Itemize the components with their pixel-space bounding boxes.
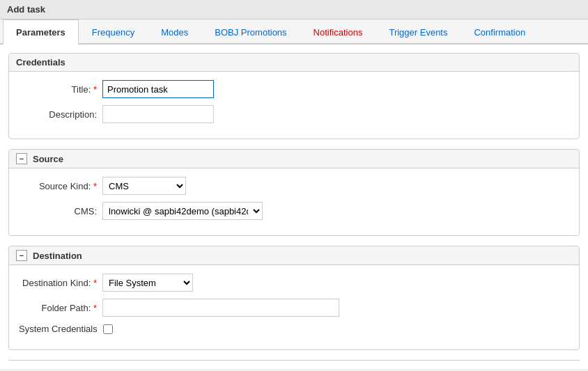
description-input[interactable] — [102, 105, 214, 123]
tab-confirmation[interactable]: Confirmation — [461, 19, 539, 45]
folder-path-label: Folder Path: * — [19, 303, 102, 313]
system-credentials-checkbox[interactable] — [103, 324, 113, 334]
description-label: Description: — [19, 109, 102, 120]
destination-panel: − Destination Destination Kind: * File S… — [8, 246, 580, 350]
dest-kind-row: Destination Kind: * File System CMS — [19, 274, 569, 292]
system-credentials-label: System Credentials — [19, 324, 103, 334]
title-label: Title: * — [19, 84, 102, 95]
folder-path-input[interactable] — [102, 299, 339, 317]
title-input[interactable] — [102, 80, 214, 98]
tab-parameters[interactable]: Parameters — [3, 19, 79, 45]
cms-label: CMS: — [19, 206, 102, 216]
content-area: Credentials Title: * Description: − — [0, 45, 588, 369]
tab-modes[interactable]: Modes — [148, 19, 201, 45]
tab-notifications[interactable]: Notifications — [300, 19, 376, 45]
dest-kind-label: Destination Kind: * — [19, 278, 102, 288]
window-title: Add task — [7, 4, 45, 15]
source-collapse-btn[interactable]: − — [16, 153, 27, 164]
system-credentials-row: System Credentials — [19, 324, 569, 334]
tab-bobj-promotions[interactable]: BOBJ Promotions — [201, 19, 300, 45]
tab-bar: Parameters Frequency Modes BOBJ Promotio… — [0, 19, 588, 45]
source-kind-required: * — [93, 181, 97, 191]
source-kind-label: Source Kind: * — [19, 181, 102, 191]
source-header: − Source — [9, 150, 579, 168]
source-kind-select[interactable]: CMS File System — [102, 177, 186, 195]
destination-collapse-btn[interactable]: − — [16, 250, 27, 261]
dest-kind-select[interactable]: File System CMS — [102, 274, 193, 292]
credentials-header: Credentials — [9, 54, 579, 72]
folder-path-row: Folder Path: * — [19, 299, 569, 317]
credentials-title: Credentials — [16, 57, 65, 68]
title-row: Title: * — [19, 80, 569, 98]
credentials-panel: Credentials Title: * Description: — [8, 53, 580, 139]
window-titlebar: Add task — [0, 0, 588, 19]
description-row: Description: — [19, 105, 569, 123]
tab-trigger-events[interactable]: Trigger Events — [376, 19, 461, 45]
destination-header: − Destination — [9, 246, 579, 265]
cms-row: CMS: lnowicki @ sapbi42demo (sapbi42demo… — [19, 202, 569, 220]
title-required: * — [93, 84, 97, 95]
bottom-line — [8, 360, 580, 361]
source-title: Source — [33, 154, 63, 164]
source-panel: − Source Source Kind: * CMS File System … — [8, 149, 580, 236]
dest-kind-required: * — [93, 278, 97, 288]
cms-select[interactable]: lnowicki @ sapbi42demo (sapbi42demo) — [102, 202, 263, 220]
destination-title: Destination — [33, 251, 82, 261]
tab-frequency[interactable]: Frequency — [79, 19, 148, 45]
source-kind-row: Source Kind: * CMS File System — [19, 177, 569, 195]
folder-path-required: * — [93, 303, 97, 313]
